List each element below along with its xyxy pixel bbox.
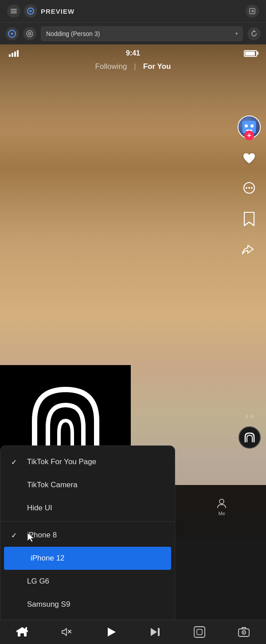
preview-app-icon[interactable]: [5, 27, 19, 40]
signal-bar-2: [12, 53, 13, 57]
menu-label-tiktok-for-you: TikTok For You Page: [27, 457, 96, 466]
app-title: PREVIEW: [41, 8, 74, 15]
bookmark-icon: [239, 209, 259, 229]
music-note-icon: ♪ ♫: [245, 413, 254, 419]
robot-eye-right: [250, 124, 254, 127]
chevron-down-icon: ▾: [235, 31, 238, 36]
svg-rect-26: [194, 627, 205, 637]
heart-icon: [239, 148, 259, 169]
refresh-icon[interactable]: [247, 27, 261, 40]
device-name: Nodding (Person 3): [46, 30, 100, 37]
share-action-button[interactable]: [239, 239, 259, 259]
svg-point-16: [248, 187, 250, 189]
signal-bars: [9, 50, 19, 57]
nav-me[interactable]: Me: [216, 497, 227, 516]
share-action-icon: [239, 239, 259, 259]
menu-divider: [0, 521, 175, 522]
robot-eye-left: [245, 124, 248, 127]
toolbar: [0, 620, 266, 644]
menu-item-iphone12[interactable]: iPhone 12: [4, 547, 171, 570]
target-icon[interactable]: [23, 27, 36, 40]
svg-marker-10: [11, 32, 14, 35]
menu-label-tiktok-camera: TikTok Camera: [27, 481, 78, 489]
title-bar: PREVIEW: [0, 0, 266, 22]
device-selector[interactable]: Nodding (Person 3) ▾: [41, 26, 243, 41]
menu-item-samsung-s9[interactable]: Samsung S9: [0, 593, 175, 616]
menu-label-lg-g6: LG G6: [27, 577, 49, 586]
svg-point-18: [242, 429, 258, 445]
menu-item-lg-g6[interactable]: LG G6: [0, 570, 175, 593]
menu-item-hide-ui[interactable]: Hide UI: [0, 497, 175, 520]
layers-icon[interactable]: [7, 4, 20, 18]
camera-switch-icon[interactable]: [235, 623, 253, 641]
svg-marker-23: [108, 628, 116, 636]
svg-point-20: [219, 499, 224, 504]
next-icon[interactable]: [146, 623, 164, 641]
menu-label-samsung-s9: Samsung S9: [27, 600, 70, 609]
svg-point-13: [29, 33, 30, 34]
status-time: 9:41: [126, 49, 140, 57]
svg-marker-24: [151, 628, 157, 636]
svg-rect-0: [11, 9, 17, 10]
signal-bar-3: [14, 52, 16, 57]
battery-fill: [245, 52, 255, 56]
comment-button[interactable]: [239, 179, 259, 199]
svg-point-17: [251, 187, 253, 189]
check-iphone8: ✓: [11, 531, 20, 540]
svg-marker-4: [30, 10, 32, 12]
share-icon[interactable]: [246, 4, 259, 18]
svg-rect-27: [197, 629, 202, 635]
nav-me-label: Me: [219, 511, 225, 516]
menu-label-iphone8: iPhone 8: [27, 531, 57, 540]
follow-plus-badge[interactable]: +: [244, 131, 254, 140]
like-button[interactable]: [239, 148, 259, 169]
menu-item-tiktok-camera[interactable]: TikTok Camera: [0, 473, 175, 497]
bookmark-button[interactable]: [239, 209, 259, 229]
svg-rect-1: [11, 11, 17, 12]
tiktok-home-icon[interactable]: [13, 623, 31, 641]
menu-label-iphone12: iPhone 12: [31, 554, 65, 563]
svg-point-30: [243, 632, 245, 633]
menu-label-hide-ui: Hide UI: [27, 504, 52, 513]
creator-avatar-container[interactable]: +: [238, 115, 261, 139]
battery-icon: [244, 50, 257, 57]
bottom-right-icons: ♪ ♫: [239, 413, 261, 449]
check-tiktok-for-you: ✓: [11, 458, 20, 466]
mute-icon[interactable]: [58, 623, 75, 641]
menu-item-iphone8[interactable]: ✓ iPhone 8: [0, 524, 175, 547]
right-action-icons: +: [238, 115, 261, 259]
device-bar: Nodding (Person 3) ▾: [0, 22, 266, 44]
header-divider: |: [134, 62, 136, 71]
for-you-tab[interactable]: For You: [143, 62, 171, 71]
tiktok-header: Following | For You: [0, 62, 266, 71]
play-pause-icon[interactable]: [102, 623, 120, 641]
title-bar-left: PREVIEW: [7, 4, 74, 18]
preview-icon[interactable]: [24, 4, 37, 18]
svg-rect-25: [158, 628, 160, 636]
svg-point-15: [246, 187, 247, 189]
menu-item-tiktok-for-you[interactable]: ✓ TikTok For You Page: [0, 450, 175, 473]
spinning-disc: [239, 426, 261, 449]
dropdown-menu: ✓ TikTok For You Page TikTok Camera Hide…: [0, 445, 175, 644]
svg-rect-2: [11, 12, 17, 13]
following-tab[interactable]: Following: [95, 62, 127, 71]
signal-bar-1: [9, 54, 11, 57]
status-bar: 9:41: [0, 44, 266, 62]
signal-bar-4: [17, 50, 19, 57]
capture-icon[interactable]: [191, 623, 208, 641]
comment-icon: [239, 179, 259, 199]
